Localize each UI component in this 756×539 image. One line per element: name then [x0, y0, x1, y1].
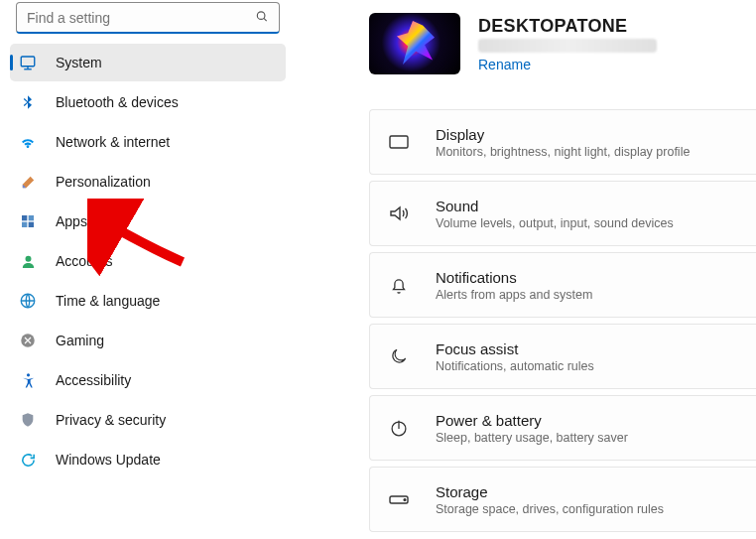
sidebar-item-network[interactable]: Network & internet — [10, 123, 286, 161]
sidebar-item-label: Bluetooth & devices — [56, 94, 179, 110]
device-name: DESKTOPATONE — [478, 16, 657, 37]
svg-line-1 — [264, 18, 267, 21]
card-title: Notifications — [436, 269, 592, 286]
sidebar-item-label: Apps — [56, 213, 87, 229]
card-title: Sound — [436, 198, 674, 214]
svg-rect-8 — [29, 222, 34, 227]
sidebar-nav: System Bluetooth & devices Network & int… — [6, 44, 290, 478]
svg-point-12 — [26, 373, 29, 376]
sidebar-item-label: Personalization — [56, 174, 151, 190]
sidebar-item-label: Windows Update — [56, 452, 161, 468]
card-title: Storage — [436, 483, 664, 500]
svg-point-9 — [25, 255, 31, 261]
search-input[interactable] — [27, 3, 245, 32]
sidebar-item-privacy[interactable]: Privacy & security — [10, 401, 286, 439]
card-desc: Sleep, battery usage, battery saver — [436, 431, 628, 445]
card-title: Power & battery — [436, 412, 628, 429]
svg-rect-13 — [390, 136, 408, 148]
svg-point-0 — [257, 11, 265, 19]
card-desc: Alerts from apps and system — [436, 288, 592, 302]
svg-rect-5 — [22, 215, 27, 220]
card-sound[interactable]: Sound Volume levels, output, input, soun… — [369, 181, 756, 246]
card-power-battery[interactable]: Power & battery Sleep, battery usage, ba… — [369, 395, 756, 461]
card-desc: Storage space, drives, configuration rul… — [436, 502, 664, 516]
rename-link[interactable]: Rename — [478, 57, 657, 72]
svg-point-17 — [404, 499, 406, 501]
card-desc: Notifications, automatic rules — [436, 359, 594, 373]
sidebar-item-bluetooth[interactable]: Bluetooth & devices — [10, 83, 286, 121]
card-title: Display — [436, 126, 690, 143]
system-icon — [18, 53, 38, 72]
sidebar-item-gaming[interactable]: Gaming — [10, 322, 286, 359]
settings-sidebar: System Bluetooth & devices Network & int… — [0, 0, 298, 539]
sidebar-item-apps[interactable]: Apps — [10, 202, 286, 240]
search-icon — [255, 9, 269, 26]
update-icon — [18, 450, 38, 470]
display-icon — [386, 129, 412, 155]
sound-icon — [386, 201, 412, 226]
bluetooth-icon — [18, 92, 38, 112]
sidebar-item-accessibility[interactable]: Accessibility — [10, 361, 286, 399]
device-subtitle-redacted — [478, 39, 657, 53]
card-title: Focus assist — [436, 340, 594, 357]
sidebar-item-time-language[interactable]: Time & language — [10, 282, 286, 320]
svg-rect-2 — [21, 57, 35, 67]
device-wallpaper-thumb — [369, 13, 460, 74]
card-display[interactable]: Display Monitors, brightness, night ligh… — [369, 109, 756, 175]
power-icon — [386, 415, 412, 441]
sidebar-item-label: Gaming — [56, 333, 104, 348]
sidebar-item-system[interactable]: System — [10, 44, 286, 81]
sidebar-item-accounts[interactable]: Accounts — [10, 242, 286, 280]
card-storage[interactable]: Storage Storage space, drives, configura… — [369, 467, 756, 532]
brush-icon — [18, 172, 38, 192]
sidebar-item-windows-update[interactable]: Windows Update — [10, 441, 286, 478]
search-box[interactable] — [16, 2, 280, 34]
sidebar-item-label: Privacy & security — [56, 412, 166, 428]
svg-rect-7 — [22, 222, 27, 227]
sidebar-item-personalization[interactable]: Personalization — [10, 163, 286, 201]
sidebar-item-label: System — [56, 55, 102, 70]
wifi-icon — [18, 132, 38, 152]
person-icon — [18, 251, 38, 271]
sidebar-item-label: Network & internet — [56, 134, 170, 150]
sidebar-item-label: Accessibility — [56, 372, 131, 388]
card-desc: Monitors, brightness, night light, displ… — [436, 145, 690, 159]
apps-icon — [18, 211, 38, 231]
svg-rect-6 — [29, 215, 34, 220]
globe-clock-icon — [18, 291, 38, 311]
card-desc: Volume levels, output, input, sound devi… — [436, 216, 674, 230]
card-focus-assist[interactable]: Focus assist Notifications, automatic ru… — [369, 324, 756, 389]
sidebar-item-label: Time & language — [56, 293, 160, 309]
sidebar-item-label: Accounts — [56, 253, 113, 269]
card-notifications[interactable]: Notifications Alerts from apps and syste… — [369, 252, 756, 318]
search-wrap — [6, 0, 290, 40]
bell-icon — [386, 272, 412, 298]
system-category-list: Display Monitors, brightness, night ligh… — [369, 109, 756, 532]
shield-icon — [18, 410, 38, 430]
accessibility-icon — [18, 370, 38, 390]
moon-icon — [386, 343, 412, 369]
gaming-icon — [18, 331, 38, 350]
settings-main: DESKTOPATONE Rename Display Monitors, br… — [298, 0, 756, 539]
device-header: DESKTOPATONE Rename — [369, 2, 756, 85]
device-info: DESKTOPATONE Rename — [478, 16, 657, 72]
storage-icon — [386, 486, 412, 512]
